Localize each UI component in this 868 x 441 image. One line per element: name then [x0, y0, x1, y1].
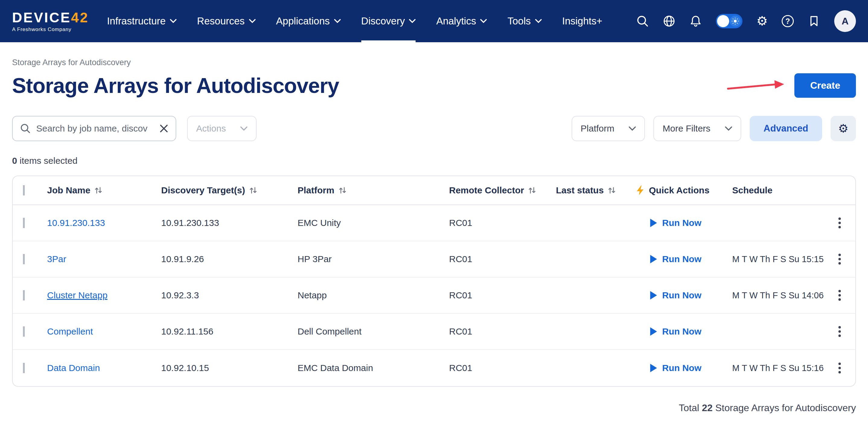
- header-schedule: Schedule: [732, 185, 829, 195]
- select-all-checkbox[interactable]: [23, 185, 25, 195]
- globe-icon[interactable]: [663, 15, 676, 27]
- search-input[interactable]: [36, 123, 154, 134]
- title-actions: Create: [727, 73, 856, 98]
- nav-item[interactable]: Insights+: [562, 0, 602, 42]
- search-box: [12, 116, 176, 141]
- user-avatar[interactable]: A: [834, 10, 856, 32]
- run-now-button[interactable]: Run Now: [636, 290, 727, 301]
- chevron-down-icon: [240, 126, 247, 131]
- chevron-down-icon: [249, 19, 256, 23]
- header-discovery-target[interactable]: Discovery Target(s): [161, 185, 298, 195]
- sort-icon[interactable]: [249, 186, 257, 194]
- platform-cell: Dell Compellent: [298, 326, 449, 337]
- platform-cell: Netapp: [298, 290, 449, 301]
- chevron-down-icon: [170, 19, 177, 23]
- discovery-target-cell: 10.92.11.156: [161, 326, 298, 337]
- nav-item[interactable]: Tools: [507, 0, 541, 42]
- nav-item-label: Analytics: [436, 15, 476, 27]
- play-icon: [650, 291, 657, 300]
- row-checkbox[interactable]: [23, 290, 25, 301]
- chevron-down-icon: [409, 19, 415, 23]
- row-checkbox[interactable]: [23, 254, 25, 264]
- settings-gear-icon[interactable]: ⚙: [756, 15, 768, 27]
- sort-icon[interactable]: [528, 186, 536, 194]
- sun-icon: [730, 16, 741, 27]
- row-checkbox[interactable]: [23, 363, 25, 373]
- search-input-icon: [20, 123, 31, 134]
- theme-toggle[interactable]: [716, 14, 742, 28]
- nav-item-label: Discovery: [361, 15, 405, 27]
- breadcrumb: Storage Arrays for Autodiscovery: [12, 58, 856, 67]
- remote-collector-cell: RC01: [449, 218, 556, 228]
- row-menu-button[interactable]: [835, 359, 844, 377]
- sort-icon[interactable]: [608, 186, 616, 194]
- more-filters-dropdown[interactable]: More Filters: [653, 116, 741, 141]
- help-icon[interactable]: ?: [782, 15, 794, 27]
- device42-logo[interactable]: DEVICE42 A Freshworks Company: [12, 10, 89, 32]
- nav-item-label: Applications: [276, 15, 330, 27]
- sort-icon[interactable]: [339, 186, 346, 194]
- job-name-link[interactable]: Cluster Netapp: [47, 290, 107, 300]
- row-checkbox[interactable]: [23, 218, 25, 228]
- table-settings-button[interactable]: ⚙: [831, 116, 856, 141]
- navbar-right-icons: ⚙ ? A: [636, 10, 856, 32]
- job-name-link[interactable]: 10.91.230.133: [47, 218, 105, 228]
- chevron-down-icon: [629, 126, 636, 131]
- header-job-name[interactable]: Job Name: [47, 185, 161, 195]
- total-count: 22: [702, 402, 713, 413]
- play-icon: [650, 327, 657, 336]
- header-last-status[interactable]: Last status: [556, 185, 636, 195]
- nav-item[interactable]: Resources: [197, 0, 256, 42]
- actions-dropdown[interactable]: Actions: [187, 116, 256, 141]
- discovery-target-cell: 10.91.230.133: [161, 218, 298, 228]
- platform-cell: HP 3Par: [298, 254, 449, 264]
- clear-search-icon[interactable]: [159, 124, 168, 133]
- nav-item[interactable]: Discovery: [361, 0, 416, 42]
- nav-item[interactable]: Applications: [276, 0, 341, 42]
- schedule-cell: M T W Th F S Su 15:16: [732, 363, 829, 373]
- annotation-arrow: [727, 78, 785, 93]
- row-menu-button[interactable]: [835, 250, 844, 268]
- run-now-button[interactable]: Run Now: [636, 326, 727, 337]
- brand-name: DEVICE42: [12, 10, 89, 25]
- bookmark-icon[interactable]: [808, 15, 820, 27]
- row-menu-button[interactable]: [835, 214, 844, 232]
- sort-icon[interactable]: [94, 186, 102, 194]
- selection-status: 0 items selected: [12, 156, 856, 166]
- header-remote-collector[interactable]: Remote Collector: [449, 185, 556, 195]
- table-row: Compellent 10.92.11.156 Dell Compellent …: [13, 314, 855, 350]
- nav-item[interactable]: Infrastructure: [107, 0, 176, 42]
- run-now-button[interactable]: Run Now: [636, 363, 727, 373]
- run-now-button[interactable]: Run Now: [636, 254, 727, 264]
- remote-collector-cell: RC01: [449, 363, 556, 373]
- schedule-cell: M T W Th F S Su 14:06: [732, 290, 829, 301]
- job-name-link[interactable]: Data Domain: [47, 363, 100, 373]
- search-icon[interactable]: [636, 15, 649, 27]
- nav-item-label: Tools: [507, 15, 531, 27]
- brand-subtitle: A Freshworks Company: [12, 27, 89, 32]
- page-title: Storage Arrays for Autodiscovery: [12, 73, 339, 98]
- remote-collector-cell: RC01: [449, 290, 556, 301]
- platform-filter-dropdown[interactable]: Platform: [571, 116, 645, 141]
- create-button[interactable]: Create: [794, 73, 856, 98]
- job-name-link[interactable]: Compellent: [47, 326, 93, 336]
- play-icon: [650, 255, 657, 264]
- row-menu-button[interactable]: [835, 322, 844, 341]
- table-header-row: Job Name Discovery Target(s) Platform Re…: [13, 176, 855, 205]
- remote-collector-cell: RC01: [449, 326, 556, 337]
- remote-collector-cell: RC01: [449, 254, 556, 264]
- run-now-button[interactable]: Run Now: [636, 218, 727, 228]
- notifications-icon[interactable]: [689, 15, 702, 27]
- nav-item-label: Infrastructure: [107, 15, 165, 27]
- header-quick-actions: Quick Actions: [636, 185, 732, 195]
- nav-item[interactable]: Analytics: [436, 0, 487, 42]
- job-name-link[interactable]: 3Par: [47, 254, 66, 264]
- main-content: Storage Arrays for Autodiscovery Storage…: [0, 58, 868, 429]
- row-checkbox[interactable]: [23, 326, 25, 337]
- advanced-button[interactable]: Advanced: [750, 116, 822, 141]
- table-row: 10.91.230.133 10.91.230.133 EMC Unity RC…: [13, 205, 855, 241]
- header-platform[interactable]: Platform: [298, 185, 449, 195]
- nav-item-label: Resources: [197, 15, 245, 27]
- row-menu-button[interactable]: [835, 286, 844, 304]
- toolbar-right: Platform More Filters Advanced ⚙: [571, 116, 856, 141]
